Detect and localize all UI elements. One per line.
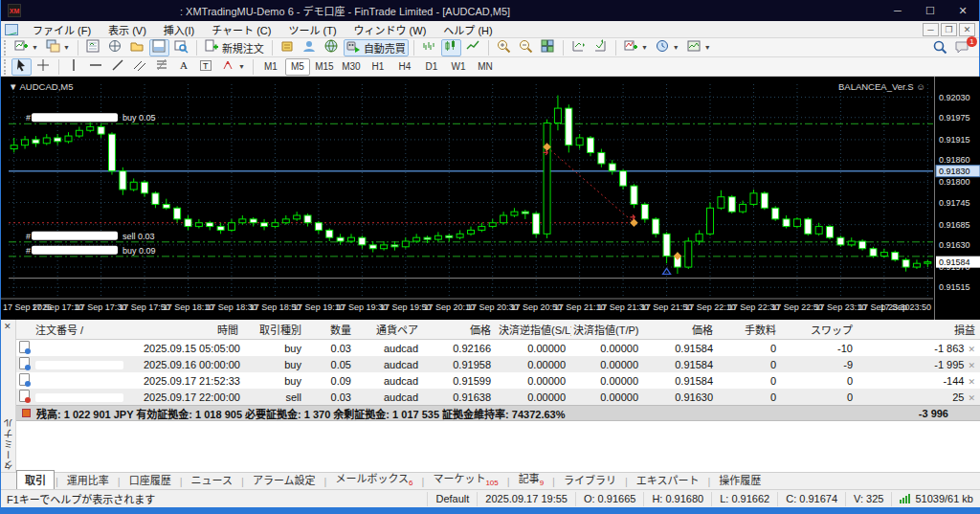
community-button[interactable]	[300, 39, 320, 56]
menu-item-4[interactable]: ツール (T)	[279, 21, 345, 38]
column-header-6[interactable]: 決済逆指値(S/L)	[497, 320, 571, 340]
horizontal-line-button[interactable]	[86, 58, 106, 76]
fibonacci-button[interactable]	[152, 58, 172, 76]
menu-item-5[interactable]: ウィンドウ (W)	[345, 21, 435, 38]
close-order-icon[interactable]: ✕	[968, 361, 975, 370]
menu-item-1[interactable]: 表示 (V)	[100, 21, 155, 38]
templates-button[interactable]: ▼	[684, 39, 714, 56]
terminal-close-icon[interactable]: ✕	[4, 322, 11, 331]
terminal-panel-button[interactable]	[149, 39, 169, 56]
navigator-button[interactable]	[127, 39, 147, 56]
autotrading-button[interactable]: 自動売買	[344, 39, 409, 56]
dropdown-arrow-icon[interactable]: ▼	[641, 44, 648, 51]
column-header-9[interactable]: 手数料	[719, 320, 782, 340]
text-label-button[interactable]: T	[196, 58, 216, 76]
new-order-button[interactable]: 新規注文	[202, 39, 267, 56]
chart-window-icon[interactable]	[5, 24, 18, 35]
timeframe-m1-button[interactable]: M1	[258, 58, 283, 76]
column-header-11[interactable]: 損益	[858, 320, 980, 340]
timeframe-d1-button[interactable]: D1	[419, 58, 444, 76]
indicators-button[interactable]: ▼	[621, 39, 651, 56]
trendline-button[interactable]	[108, 58, 128, 76]
dropdown-arrow-icon[interactable]: ▼	[32, 44, 38, 51]
minimize-button[interactable]: ─	[881, 0, 914, 21]
maximize-button[interactable]: ☐	[914, 0, 947, 21]
search-button[interactable]	[930, 39, 950, 56]
menu-item-3[interactable]: チャート (C)	[203, 21, 279, 38]
timeframe-w1-button[interactable]: W1	[446, 58, 471, 76]
order-row-0[interactable]: 2025.09.15 05:05:00buy0.03audcad0.921660…	[16, 340, 980, 357]
close-order-icon[interactable]: ✕	[968, 393, 975, 403]
order-row-3[interactable]: 2025.09.17 22:00:00sell0.03audcad0.91638…	[16, 389, 980, 405]
chart-line-button[interactable]	[463, 39, 483, 56]
tab-1[interactable]: 運用比率	[59, 471, 117, 489]
column-header-5[interactable]: 価格	[424, 320, 497, 340]
column-header-4[interactable]: 通貨ペア	[357, 320, 424, 340]
arrows-button[interactable]: ▼	[218, 58, 248, 76]
tab-0[interactable]: 取引	[16, 470, 55, 489]
menu-item-0[interactable]: ファイル (F)	[24, 21, 100, 38]
child-restore-button[interactable]: ❐	[941, 23, 957, 36]
timeframe-h1-button[interactable]: H1	[366, 58, 390, 76]
profiles-button[interactable]: ▼	[43, 39, 73, 56]
timeframe-m30-button[interactable]: M30	[339, 58, 364, 76]
chart-candles-button[interactable]	[441, 39, 461, 56]
dropdown-arrow-icon[interactable]: ▼	[63, 44, 70, 51]
menu-item-2[interactable]: 挿入(I)	[155, 21, 203, 38]
auto-scroll-button[interactable]	[568, 39, 589, 56]
tab-9[interactable]: エキスパート	[629, 471, 707, 489]
text-button[interactable]: A	[174, 58, 194, 76]
tab-8[interactable]: ライブラリ	[556, 471, 624, 489]
column-header-2[interactable]: 取引種別	[244, 320, 307, 340]
column-header-10[interactable]: スワップ	[782, 320, 858, 340]
order-row-1[interactable]: 2025.09.16 00:00:00buy0.05audcad0.919580…	[16, 356, 980, 372]
chart-symbol-label[interactable]: ▼ AUDCAD,M5	[9, 81, 73, 92]
order-row-2[interactable]: 2025.09.17 21:52:33buy0.09audcad0.915990…	[16, 372, 980, 389]
ea-name-label[interactable]: BALANCEA_Ver.S ☺	[838, 81, 925, 92]
timeframe-mn-button[interactable]: MN	[473, 58, 498, 76]
tab-5[interactable]: メールボックス6	[327, 469, 420, 489]
strategy-tester-button[interactable]	[171, 39, 191, 56]
tab-10[interactable]: 操作履歴	[711, 471, 768, 489]
chart-bars-button[interactable]	[419, 39, 439, 56]
market-watch-button[interactable]	[83, 39, 103, 56]
close-order-icon[interactable]: ✕	[968, 345, 975, 354]
close-button[interactable]: ✕	[947, 0, 979, 21]
timeframe-m15-button[interactable]: M15	[312, 58, 337, 76]
vertical-line-button[interactable]	[64, 58, 84, 76]
tab-2[interactable]: 口座履歴	[122, 471, 179, 489]
metaeditor-button[interactable]	[278, 39, 298, 56]
chart-shift-button[interactable]	[590, 39, 611, 56]
child-close-button[interactable]: ✕	[959, 23, 975, 36]
column-header-0[interactable]: 注文番号 /	[32, 320, 142, 340]
tab-6[interactable]: マーケット105	[425, 469, 505, 489]
timeframe-m5-button[interactable]: M5	[285, 58, 310, 76]
dropdown-arrow-icon[interactable]: ▼	[673, 44, 679, 51]
chat-button[interactable]: 1	[952, 39, 972, 56]
dropdown-arrow-icon[interactable]: ▼	[704, 44, 711, 51]
child-minimize-button[interactable]: ─	[923, 23, 939, 36]
menu-item-6[interactable]: ヘルプ (H)	[434, 21, 501, 38]
timeframe-h4-button[interactable]: H4	[392, 58, 417, 76]
column-header-7[interactable]: 決済指値(T/P)	[571, 320, 644, 340]
tab-7[interactable]: 記事9	[511, 469, 551, 489]
dropdown-arrow-icon[interactable]: ▼	[238, 63, 245, 70]
data-window-button[interactable]	[105, 39, 125, 56]
column-header-8[interactable]: 価格	[644, 320, 719, 340]
equidistant-channel-button[interactable]	[130, 58, 150, 76]
new-chart-button[interactable]: ▼	[11, 39, 41, 56]
periods-button[interactable]: ▼	[653, 39, 682, 56]
tile-windows-button[interactable]	[538, 39, 558, 56]
cursor-button[interactable]	[11, 58, 32, 76]
status-profile[interactable]: Default	[427, 492, 477, 506]
close-order-icon[interactable]: ✕	[968, 377, 975, 387]
crosshair-button[interactable]	[33, 58, 54, 76]
column-header-1[interactable]: 時間	[142, 320, 244, 340]
tab-3[interactable]: ニュース	[184, 471, 240, 489]
zoom-out-button[interactable]	[516, 39, 536, 56]
chart-area[interactable]: #buy 0.05#sell 0.03#buy 0.090.920300.919…	[1, 77, 980, 320]
column-header-3[interactable]: 数量	[307, 320, 357, 340]
website-button[interactable]	[322, 39, 342, 56]
tab-4[interactable]: アラーム設定	[245, 471, 323, 489]
zoom-in-button[interactable]	[494, 39, 514, 56]
